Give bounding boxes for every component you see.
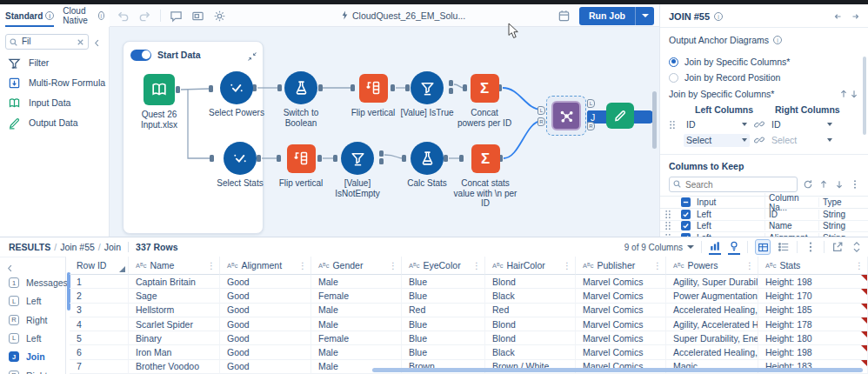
columns-search-input[interactable] (669, 177, 798, 192)
column-header-publisher[interactable]: ABcPublisher⋮ (576, 257, 666, 275)
join-output-anchor-l[interactable]: L (587, 99, 595, 108)
breadcrumb-join55[interactable]: Join #55 (60, 242, 95, 252)
columns-summary-dropdown[interactable]: 9 of 9 Columns (624, 243, 694, 252)
kebab-menu-icon[interactable] (850, 179, 860, 190)
column-header-haircolor[interactable]: ABcHairColor⋮ (485, 257, 576, 275)
left-column-select[interactable]: ID (684, 118, 750, 131)
expand-right-icon[interactable] (849, 11, 859, 22)
tool-input[interactable] (144, 74, 175, 105)
cell: Marvel Comics (576, 345, 666, 359)
tool-concat-stats[interactable]: Σ (471, 144, 500, 173)
column-menu-icon[interactable]: ⋮ (563, 261, 571, 270)
workflow-title[interactable]: CloudQuest_26_EM_Solu... (341, 4, 465, 27)
tool-flip-vertical-bottom[interactable] (287, 144, 316, 173)
anchor-nav-right-2[interactable]: RRight (9, 312, 48, 328)
cell: Female (311, 289, 402, 303)
schedule-calendar-icon[interactable] (558, 10, 571, 23)
container-icon[interactable] (191, 10, 204, 23)
tool-flip-vertical-top[interactable] (359, 74, 388, 103)
palette-item-multi-row-formula[interactable]: Multi-Row Formula (0, 73, 109, 93)
chart-view-icon[interactable] (709, 240, 721, 255)
workflow-canvas[interactable]: Start Data (110, 27, 659, 237)
column-menu-icon[interactable]: ⋮ (298, 261, 307, 270)
column-menu-icon[interactable]: ⋮ (472, 261, 481, 270)
right-column-select[interactable]: ID (769, 118, 835, 131)
column-menu-icon[interactable]: ⋮ (207, 261, 216, 270)
left-column-select[interactable]: Select (684, 134, 750, 147)
canvas-scrollbar[interactable] (652, 91, 657, 149)
expand-left-icon[interactable] (834, 11, 845, 22)
join-input-anchor-l[interactable]: L (537, 106, 545, 115)
radio-join-by-specific-columns-[interactable]: Join by Specific Columns* (669, 54, 859, 70)
radio-join-by-record-position[interactable]: Join by Record Position (669, 70, 859, 85)
anchor-nav-join-4[interactable]: JJoin (9, 349, 45, 364)
comment-icon[interactable] (170, 10, 183, 23)
column-menu-icon[interactable]: ⋮ (855, 261, 864, 270)
cell: Height: 185 (758, 304, 868, 317)
tool-switch-to-boolean[interactable] (284, 71, 317, 104)
column-header-row-id[interactable]: Row ID (70, 257, 129, 275)
move-up-icon[interactable] (818, 179, 829, 190)
drag-handle-icon[interactable] (660, 210, 676, 219)
column-header-stats[interactable]: ABcStats⋮ (758, 257, 868, 275)
tool-value-isnotempty[interactable] (341, 142, 374, 175)
run-job-button[interactable]: Run Job (579, 7, 635, 25)
move-down-icon[interactable] (834, 179, 845, 190)
cell-value: Height: 185 (765, 304, 812, 315)
run-job-dropdown[interactable] (635, 7, 654, 25)
reset-icon[interactable] (803, 179, 813, 190)
move-down-icon[interactable] (849, 89, 859, 99)
column-header-eyecolor[interactable]: ABcEyeColor⋮ (402, 257, 485, 275)
expand-collapse-icon[interactable] (851, 241, 863, 253)
breadcrumb-join[interactable]: Join (104, 242, 121, 252)
anchor-nav-right-5[interactable]: RRight (9, 368, 48, 374)
drag-handle-icon[interactable] (669, 120, 676, 130)
tool-calc-stats[interactable] (411, 142, 444, 175)
search-icon (672, 179, 682, 189)
table-view-icon[interactable] (755, 239, 771, 255)
collapse-nav-icon[interactable] (5, 261, 15, 270)
profile-insights-icon[interactable] (728, 240, 740, 255)
anchor-nav-messages-0[interactable]: 1Messages (9, 275, 68, 291)
panel-scrollbar[interactable] (863, 57, 866, 135)
join-input-anchor-r[interactable]: R (537, 117, 545, 126)
drag-handle-icon[interactable] (660, 221, 676, 230)
move-up-icon[interactable] (838, 89, 849, 99)
right-column-select[interactable]: Select (769, 134, 835, 147)
columns-to-keep-toolbar (660, 171, 868, 196)
join-output-anchor-r[interactable]: R (587, 122, 595, 130)
column-header-alignment[interactable]: ABcAlignment⋮ (220, 257, 311, 275)
tool-select-stats[interactable] (224, 142, 257, 175)
row-checkbox[interactable] (681, 221, 691, 230)
column-menu-icon[interactable]: ⋮ (389, 261, 397, 270)
tab-standard[interactable]: Standard (5, 4, 54, 27)
clear-search-icon[interactable] (76, 35, 85, 44)
palette-item-output-data[interactable]: Output Data (0, 113, 109, 133)
open-external-icon[interactable] (831, 241, 844, 253)
select-all-checkbox[interactable] (681, 197, 691, 207)
anchor-nav-left-3[interactable]: LLeft (9, 331, 42, 346)
tool-concat-powers[interactable]: Σ (471, 74, 499, 103)
palette-item-input-data[interactable]: Input Data (0, 93, 109, 113)
output-anchor-diagrams[interactable]: Output Anchor Diagrams (660, 35, 868, 45)
column-header-powers[interactable]: ABcPowers⋮ (666, 257, 758, 275)
redo-icon[interactable] (138, 10, 151, 23)
column-header-gender[interactable]: ABcGender⋮ (311, 257, 402, 275)
row-checkbox[interactable] (681, 210, 691, 219)
anchor-nav-left-1[interactable]: LLeft (9, 293, 42, 309)
list-view-icon[interactable] (778, 241, 790, 253)
results-horizontal-scrollbar[interactable] (372, 368, 863, 372)
column-menu-icon[interactable]: ⋮ (653, 261, 662, 270)
kebab-menu-icon[interactable] (805, 241, 817, 253)
tool-select-powers[interactable] (220, 71, 253, 104)
settings-gear-icon[interactable] (213, 10, 226, 23)
collapse-palette-icon[interactable] (92, 36, 102, 45)
tool-value-istrue[interactable] (411, 71, 444, 104)
column-menu-icon[interactable]: ⋮ (745, 261, 754, 270)
tool-output[interactable] (606, 103, 634, 129)
tab-cloud-native[interactable]: Cloud Native (63, 4, 104, 27)
join-tool[interactable] (551, 101, 581, 130)
palette-item-filter[interactable]: Filter (0, 53, 109, 73)
column-header-name[interactable]: ABcName⋮ (129, 257, 220, 275)
undo-icon[interactable] (117, 10, 130, 23)
